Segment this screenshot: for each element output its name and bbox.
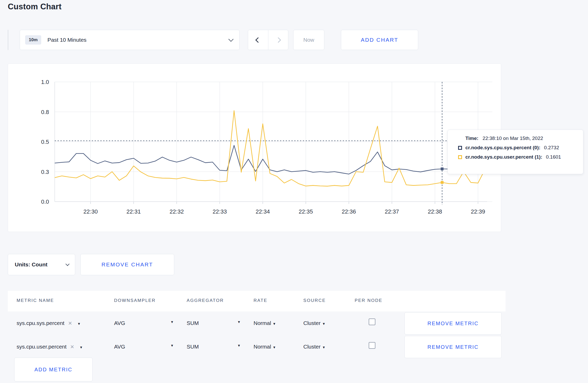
next-interval-button[interactable]: [268, 30, 288, 50]
chevron-left-icon: [255, 37, 261, 42]
y-axis-tick-label: 0.8: [41, 109, 49, 115]
column-header-metric-name: METRIC NAME: [17, 298, 54, 303]
x-axis-tick-label: 22:39: [471, 208, 485, 215]
tooltip-series-1-value: 0.1601: [546, 154, 561, 160]
dropdown-arrow-icon: ▼: [273, 345, 276, 349]
downsampler-select[interactable]: AVG▼: [114, 344, 174, 350]
clear-metric-icon[interactable]: ✕: [70, 344, 74, 350]
units-dropdown[interactable]: Units: Count: [8, 254, 75, 275]
rate-select[interactable]: Normal ▼: [254, 344, 276, 350]
x-axis-tick-label: 22:38: [428, 208, 442, 215]
column-header-rate: RATE: [254, 298, 267, 303]
toolbar-divider: [8, 30, 8, 50]
metrics-table-header: METRIC NAME DOWNSAMPLER AGGREGATOR RATE …: [8, 291, 506, 311]
x-axis-tick-label: 22:35: [299, 208, 313, 215]
source-select[interactable]: Cluster ▼: [303, 320, 325, 326]
chart-card: 0.00.30.50.81.022:3022:3122:3222:3322:34…: [8, 63, 501, 232]
series-line-1: [55, 111, 492, 186]
y-axis-tick-label: 0.3: [41, 169, 49, 175]
per-node-checkbox[interactable]: [369, 342, 375, 349]
series-1-swatch-icon: [458, 155, 462, 159]
column-header-aggregator: AGGREGATOR: [187, 298, 224, 303]
hover-point-0: [441, 167, 444, 170]
y-axis-tick-label: 0.5: [41, 139, 49, 145]
tooltip-series-1-name: cr.node.sys.cpu.user.percent (1):: [465, 154, 542, 160]
clear-metric-icon[interactable]: ✕: [68, 321, 72, 326]
source-select[interactable]: Cluster ▼: [303, 344, 325, 350]
series-line-0: [55, 145, 492, 174]
tooltip-series-0-name: cr.node.sys.cpu.sys.percent (0):: [465, 145, 540, 151]
column-header-per-node: PER NODE: [355, 298, 382, 303]
dropdown-arrow-icon: ▼: [170, 344, 174, 347]
dropdown-arrow-icon: ▼: [237, 344, 241, 347]
time-window-badge: 10m: [25, 35, 41, 45]
x-axis-tick-label: 22:34: [256, 208, 270, 215]
time-window-label: Past 10 Minutes: [47, 37, 87, 43]
chart-tooltip: Time: 22:38:10 on Mar 15th, 2022 cr.node…: [447, 130, 583, 174]
aggregator-select[interactable]: SUM▼: [187, 344, 241, 350]
x-axis-tick-label: 22:37: [385, 208, 399, 215]
now-button[interactable]: Now: [293, 30, 324, 50]
per-node-checkbox[interactable]: [369, 318, 375, 325]
dropdown-arrow-icon: ▼: [273, 322, 276, 326]
tooltip-time-label: Time:: [465, 136, 478, 141]
column-header-source: SOURCE: [303, 298, 326, 303]
dropdown-arrow-icon[interactable]: ▼: [77, 322, 81, 326]
add-chart-button[interactable]: ADD CHART: [341, 30, 418, 50]
tooltip-time-value: 22:38:10 on Mar 15th, 2022: [482, 136, 543, 141]
chevron-right-icon: [275, 37, 281, 42]
rate-select[interactable]: Normal ▼: [254, 320, 276, 326]
metric-row: sys.cpu.user.percent✕ ▼ AVG▼ SUM▼ Normal…: [8, 336, 506, 359]
x-axis-tick-label: 22:33: [213, 208, 227, 215]
remove-metric-button[interactable]: REMOVE METRIC: [404, 336, 502, 358]
dropdown-arrow-icon: ▼: [170, 320, 174, 324]
units-label: Units: Count: [15, 261, 47, 268]
x-axis-tick-label: 22:31: [127, 208, 141, 215]
time-nav-group: [248, 30, 288, 50]
metric-name-select[interactable]: sys.cpu.user.percent: [17, 344, 67, 350]
chevron-down-icon: [228, 37, 234, 42]
page-title: Custom Chart: [8, 2, 61, 11]
column-header-downsampler: DOWNSAMPLER: [114, 298, 156, 303]
metric-row: sys.cpu.sys.percent✕ ▼ AVG▼ SUM▼ Normal …: [8, 312, 506, 336]
hover-point-1: [441, 181, 444, 184]
chevron-down-icon: [66, 262, 70, 266]
y-axis-tick-label: 1.0: [41, 79, 49, 85]
metric-name-select[interactable]: sys.cpu.sys.percent: [17, 320, 64, 326]
timeseries-plot[interactable]: 0.00.30.50.81.022:3022:3122:3222:3322:34…: [8, 64, 501, 232]
tooltip-series-0-value: 0.2732: [544, 145, 559, 151]
dropdown-arrow-icon[interactable]: ▼: [79, 345, 83, 349]
series-0-swatch-icon: [458, 146, 462, 150]
x-axis-tick-label: 22:30: [83, 208, 98, 215]
dropdown-arrow-icon: ▼: [237, 320, 241, 324]
time-window-dropdown[interactable]: 10m Past 10 Minutes: [20, 30, 240, 50]
add-metric-button[interactable]: ADD METRIC: [14, 358, 93, 381]
downsampler-select[interactable]: AVG▼: [114, 320, 174, 326]
aggregator-select[interactable]: SUM▼: [187, 320, 241, 326]
x-axis-tick-label: 22:36: [342, 208, 356, 215]
prev-interval-button[interactable]: [248, 30, 268, 50]
dropdown-arrow-icon: ▼: [322, 322, 325, 326]
y-axis-tick-label: 0.0: [41, 198, 49, 205]
x-axis-tick-label: 22:32: [170, 208, 184, 215]
remove-metric-button[interactable]: REMOVE METRIC: [404, 312, 502, 335]
remove-chart-button[interactable]: REMOVE CHART: [80, 254, 174, 275]
dropdown-arrow-icon: ▼: [322, 345, 325, 349]
